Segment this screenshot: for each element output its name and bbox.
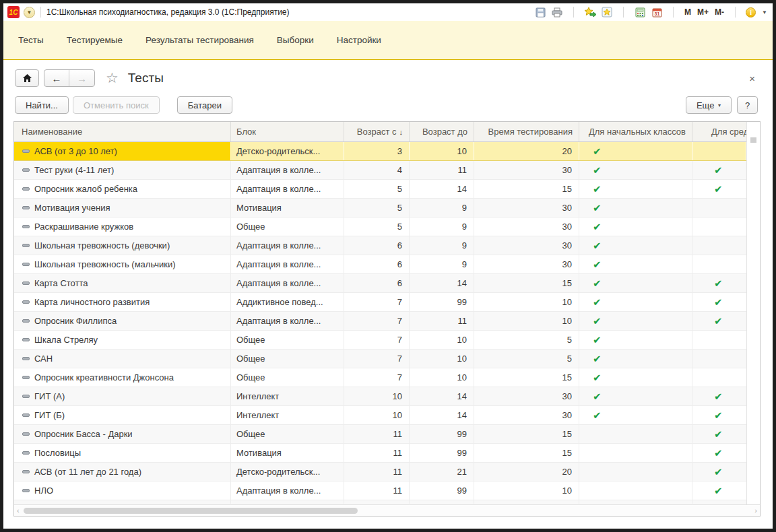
- table-row[interactable]: ГИТ (А)Интеллект101430✔✔: [14, 387, 746, 406]
- chevron-down-icon[interactable]: ▼: [762, 9, 767, 15]
- cell-time: 30: [474, 406, 579, 424]
- find-button[interactable]: Найти...: [15, 96, 69, 114]
- menu-item-4[interactable]: Выборки: [277, 35, 314, 45]
- save-icon[interactable]: [534, 6, 546, 18]
- scroll-right-icon[interactable]: ›: [754, 506, 757, 516]
- vertical-scrollbar[interactable]: [746, 122, 760, 504]
- checkmark-icon: ✔: [714, 410, 723, 420]
- list-item-icon: [22, 451, 30, 455]
- list-item-icon: [22, 168, 30, 172]
- test-name: Школьная тревожность (мальчики): [34, 259, 176, 269]
- cell-block: Общее: [231, 350, 344, 368]
- cell-for-middle: ✔: [692, 481, 746, 500]
- horizontal-scroll-thumb[interactable]: [24, 508, 358, 514]
- table-row[interactable]: Опросник Басса - ДаркиОбщее119915✔: [14, 425, 746, 444]
- cell-name: Школьная тревожность (девочки): [14, 236, 231, 255]
- table-row[interactable]: Мотивация ученияМотивация5930✔: [14, 199, 746, 218]
- test-name: НЛО: [34, 486, 53, 496]
- cell-age-from: 6: [344, 255, 410, 273]
- forward-button[interactable]: →: [69, 70, 94, 86]
- cell-block: Адаптация в колле...: [231, 236, 344, 255]
- memory-subtract-button[interactable]: M-: [714, 7, 725, 17]
- favorite-star-icon[interactable]: ☆: [106, 70, 119, 86]
- cell-name: ГИТ (А): [14, 387, 231, 405]
- print-icon[interactable]: [551, 6, 563, 18]
- cell-for-primary: ✔: [579, 199, 692, 217]
- table-row[interactable]: ГИТ (Б)Интеллект101430✔✔: [14, 406, 746, 425]
- cell-block: Мотивация: [231, 199, 344, 217]
- cell-for-middle: ✔: [692, 274, 746, 292]
- checkmark-icon: ✔: [593, 165, 602, 175]
- info-icon[interactable]: i: [746, 7, 756, 18]
- horizontal-scrollbar[interactable]: ‹ ›: [14, 504, 760, 516]
- table-row[interactable]: Школьная тревожность (девочки)Адаптация …: [14, 236, 746, 255]
- table-row[interactable]: САНОбщее7105✔: [14, 350, 746, 368]
- calendar-icon[interactable]: 31: [651, 6, 663, 18]
- table-row[interactable]: Школьная тревожность (мальчики)Адаптация…: [14, 255, 746, 274]
- table-row[interactable]: ПословицыМотивация119915✔: [14, 444, 746, 463]
- column-header-4[interactable]: Время тестирования: [474, 122, 579, 141]
- add-to-favorites-icon[interactable]: [584, 6, 596, 18]
- list-item-icon: [22, 281, 30, 285]
- vertical-scroll-thumb[interactable]: [750, 137, 756, 143]
- sort-descending-icon: ↓: [399, 128, 403, 136]
- checkmark-icon: ✔: [593, 203, 602, 213]
- list-item-icon: [22, 244, 30, 247]
- table-row[interactable]: Тест руки (4-11 лет)Адаптация в колле...…: [14, 161, 746, 180]
- table-row[interactable]: АСВ (от 11 лет до 21 года)Детско-родител…: [14, 463, 746, 481]
- help-button[interactable]: ?: [737, 96, 758, 114]
- table-row[interactable]: Опросник ФиллипсаАдаптация в колле...711…: [14, 312, 746, 331]
- checkmark-icon: ✔: [714, 429, 723, 439]
- test-name: Опросник Басса - Дарки: [34, 429, 133, 439]
- cell-for-primary: ✔: [579, 218, 692, 236]
- cancel-search-button[interactable]: Отменить поиск: [73, 96, 160, 114]
- checkmark-icon: ✔: [714, 316, 723, 326]
- checkmark-icon: ✔: [714, 486, 723, 496]
- calculator-icon[interactable]: [634, 6, 646, 18]
- table-row[interactable]: АСВ (от 3 до 10 лет)Детско-родительск...…: [14, 142, 746, 161]
- menu-item-2[interactable]: Тестируемые: [67, 35, 123, 45]
- test-name: Опросник креативности Джонсона: [34, 372, 174, 383]
- menu-item-1[interactable]: Тесты: [18, 35, 44, 45]
- column-header-1[interactable]: Блок: [231, 122, 344, 141]
- cell-time: 15: [474, 368, 579, 387]
- menu-item-5[interactable]: Настройки: [337, 35, 381, 45]
- back-button[interactable]: ←: [44, 70, 69, 86]
- table-row[interactable]: Опросник креативности ДжонсонаОбщее71015…: [14, 368, 746, 387]
- test-name: САН: [34, 354, 53, 364]
- table-row[interactable]: НЛОАдаптация в колле...119910✔: [14, 481, 746, 500]
- column-header-label: Блок: [236, 127, 256, 137]
- table-row[interactable]: Шкала СтреляуОбщее7105✔: [14, 331, 746, 350]
- cell-for-middle: ✔: [692, 406, 746, 424]
- system-menu-button[interactable]: ▼: [24, 7, 35, 18]
- cell-age-to: 99: [410, 444, 474, 462]
- column-header-label: Возраст до: [422, 127, 467, 137]
- home-button[interactable]: [15, 69, 39, 87]
- column-header-3[interactable]: Возраст до: [410, 122, 474, 141]
- close-icon[interactable]: ×: [749, 73, 755, 84]
- column-header-2[interactable]: Возраст с↓: [344, 122, 410, 141]
- batteries-button[interactable]: Батареи: [177, 96, 232, 114]
- column-header-0[interactable]: Наименование: [14, 122, 231, 141]
- memory-add-button[interactable]: M+: [697, 7, 709, 17]
- divider: [735, 7, 736, 18]
- list-item-icon: [22, 357, 30, 360]
- memory-recall-button[interactable]: M: [684, 7, 692, 17]
- menu-item-3[interactable]: Результаты тестирования: [146, 35, 254, 45]
- cell-age-to: 10: [410, 350, 474, 368]
- checkmark-icon: ✔: [714, 278, 723, 288]
- table-row[interactable]: Карта СтоттаАдаптация в колле...61415✔✔: [14, 274, 746, 293]
- cell-name: Пословицы: [14, 444, 231, 462]
- table-row[interactable]: Опросник жалоб ребенкаАдаптация в колле.…: [14, 180, 746, 199]
- cell-age-from: 5: [344, 199, 410, 217]
- scroll-left-icon[interactable]: ‹: [17, 506, 20, 516]
- table-row[interactable]: Карта личностного развитияАддиктивное по…: [14, 293, 746, 312]
- cell-empty: [692, 500, 746, 504]
- cell-name: Опросник жалоб ребенка: [14, 180, 231, 198]
- column-header-6[interactable]: Для сред: [692, 122, 746, 141]
- app-window: 1С ▼ 1С:Школьная психодиагностика, редак…: [0, 0, 776, 532]
- column-header-5[interactable]: Для начальных классов: [579, 122, 692, 141]
- favorites-icon[interactable]: [601, 6, 613, 18]
- table-row[interactable]: Раскрашивание кружковОбщее5930✔: [14, 218, 746, 236]
- more-button[interactable]: Еще ▾: [686, 96, 732, 114]
